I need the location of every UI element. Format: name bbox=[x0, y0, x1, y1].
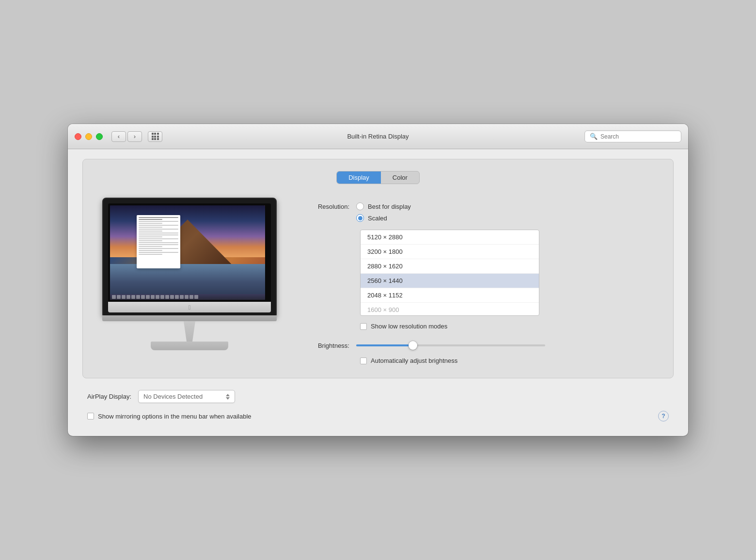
tab-bar: Display Color bbox=[97, 171, 659, 184]
arrow-up-icon bbox=[226, 394, 230, 396]
apple-logo-icon:  bbox=[189, 304, 191, 311]
screen-document bbox=[137, 215, 180, 268]
window-title: Built-in Retina Display bbox=[347, 133, 409, 140]
brightness-slider-thumb[interactable] bbox=[409, 341, 417, 350]
radio-best-circle bbox=[356, 202, 364, 210]
radio-best-label: Best for display bbox=[368, 203, 411, 210]
mirroring-row: Show mirroring options in the menu bar w… bbox=[87, 411, 669, 421]
titlebar: ‹ › Built-in Retina Display 🔍 bbox=[68, 124, 688, 149]
tab-display[interactable]: Display bbox=[337, 171, 381, 184]
brightness-label: Brightness: bbox=[301, 342, 349, 349]
low-res-checkbox[interactable] bbox=[360, 323, 367, 330]
imac-screen-bezel bbox=[108, 203, 271, 302]
grid-button[interactable] bbox=[148, 131, 162, 142]
nav-buttons: ‹ › bbox=[111, 131, 142, 142]
tab-group: Display Color bbox=[336, 171, 420, 184]
radio-best-for-display[interactable]: Best for display bbox=[356, 202, 411, 210]
imac-bottom-bar bbox=[102, 315, 277, 321]
resolution-item-5120[interactable]: 5120 × 2880 bbox=[361, 230, 539, 245]
radio-options: Best for display Scaled bbox=[356, 202, 411, 222]
search-box[interactable]: 🔍 bbox=[584, 130, 681, 142]
bottom-section: AirPlay Display: No Devices Detected Sho… bbox=[82, 390, 674, 421]
radio-scaled-circle bbox=[356, 214, 364, 222]
resolution-row: Resolution: Best for display Scaled bbox=[301, 202, 659, 222]
imac-stand-neck bbox=[180, 321, 199, 342]
brightness-slider-container bbox=[356, 341, 545, 350]
resolution-item-1600[interactable]: 1600 × 900 bbox=[361, 303, 539, 315]
forward-button[interactable]: › bbox=[127, 131, 142, 142]
display-panel: Display Color bbox=[82, 159, 674, 378]
auto-brightness-label: Automatically adjust brightness bbox=[371, 357, 457, 364]
back-button[interactable]: ‹ bbox=[111, 131, 126, 142]
grid-icon bbox=[152, 133, 159, 140]
close-button[interactable] bbox=[75, 133, 81, 140]
resolution-item-2560[interactable]: 2560 × 1440 bbox=[361, 274, 539, 288]
imac-chin:  bbox=[108, 302, 271, 312]
display-area:  Resolution: bbox=[97, 198, 659, 364]
screen-dock bbox=[110, 294, 265, 300]
airplay-label: AirPlay Display: bbox=[87, 393, 131, 400]
imac-screen bbox=[110, 205, 265, 300]
mirroring-label: Show mirroring options in the menu bar w… bbox=[98, 413, 252, 420]
low-res-label: Show low resolution modes bbox=[371, 323, 447, 330]
imac-stand-base bbox=[151, 342, 228, 350]
system-preferences-window: ‹ › Built-in Retina Display 🔍 Display Co… bbox=[68, 124, 688, 436]
search-icon: 🔍 bbox=[590, 133, 598, 140]
radio-scaled[interactable]: Scaled bbox=[356, 214, 411, 222]
traffic-lights bbox=[75, 133, 103, 140]
content-area: Display Color bbox=[68, 149, 688, 436]
resolution-item-2048[interactable]: 2048 × 1152 bbox=[361, 288, 539, 303]
brightness-slider-fill bbox=[356, 344, 413, 346]
imac-screen-outer:  bbox=[102, 198, 277, 316]
imac-illustration:  bbox=[97, 198, 282, 350]
brightness-row: Brightness: bbox=[301, 341, 659, 350]
low-res-checkbox-row[interactable]: Show low resolution modes bbox=[360, 323, 659, 330]
radio-scaled-inner bbox=[358, 216, 362, 220]
airplay-dropdown[interactable]: No Devices Detected bbox=[138, 390, 235, 403]
radio-scaled-label: Scaled bbox=[368, 215, 387, 222]
auto-brightness-checkbox[interactable] bbox=[360, 358, 367, 364]
resolution-list: 5120 × 2880 3200 × 1800 2880 × 1620 2560… bbox=[360, 230, 539, 316]
dropdown-arrow-icon bbox=[226, 394, 230, 400]
arrow-down-icon bbox=[226, 397, 230, 400]
auto-brightness-row[interactable]: Automatically adjust brightness bbox=[360, 357, 659, 364]
minimize-button[interactable] bbox=[85, 133, 92, 140]
airplay-row: AirPlay Display: No Devices Detected bbox=[87, 390, 669, 403]
mirroring-checkbox[interactable] bbox=[87, 413, 94, 420]
resolution-item-2880[interactable]: 2880 × 1620 bbox=[361, 259, 539, 274]
resolution-item-3200[interactable]: 3200 × 1800 bbox=[361, 245, 539, 259]
search-input[interactable] bbox=[600, 133, 676, 140]
zoom-button[interactable] bbox=[96, 133, 103, 140]
resolution-label: Resolution: bbox=[301, 202, 349, 210]
imac-body:  bbox=[102, 198, 277, 321]
settings-panel: Resolution: Best for display Scaled bbox=[301, 198, 659, 364]
airplay-dropdown-text: No Devices Detected bbox=[143, 393, 203, 400]
help-button[interactable]: ? bbox=[658, 411, 669, 421]
tab-color[interactable]: Color bbox=[381, 171, 419, 184]
brightness-slider-track bbox=[356, 344, 545, 346]
